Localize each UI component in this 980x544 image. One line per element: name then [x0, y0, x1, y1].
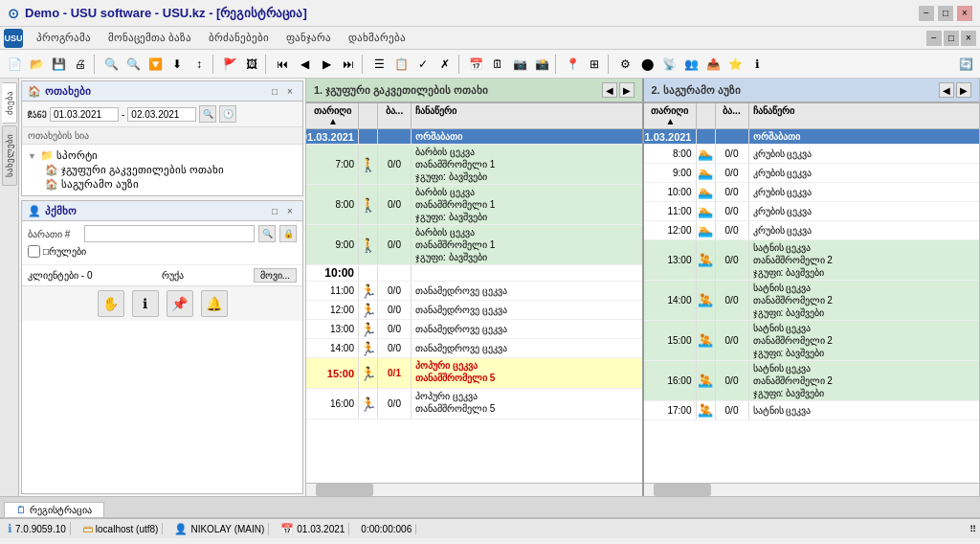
rooms-panel-close-button[interactable]: × [283, 84, 297, 98]
schedule1-scroll-left[interactable]: ◀ [602, 82, 617, 98]
barcode-lock-button[interactable]: 🔒 [279, 225, 297, 242]
tb-save-button[interactable]: 💾 [48, 54, 69, 75]
vtab-names[interactable]: სახელები [2, 125, 17, 186]
table-row[interactable]: 17:00 🤽 0/0 სატნის ცეკვა [644, 401, 980, 420]
tree-item-room2[interactable]: 🏠 საგურამო აუზი [28, 177, 297, 192]
date-clock-button[interactable]: 🕐 [219, 105, 236, 123]
tb-check-button[interactable]: ✓ [412, 54, 434, 75]
tb-list-button[interactable]: ☰ [368, 54, 390, 75]
schedule2-hscroll[interactable] [644, 483, 980, 496]
tb-image-button[interactable]: 🖼 [241, 54, 262, 75]
schedule1-hscroll[interactable] [306, 483, 642, 496]
tb-nav-first-button[interactable]: ⏮ [272, 54, 293, 75]
menu-close-button[interactable]: × [961, 31, 976, 46]
tb-open-button[interactable]: 📂 [26, 54, 47, 75]
tb-nav-prev-button[interactable]: ◀ [294, 54, 315, 75]
tab-registration[interactable]: 🗒 რეგისტრაცია [4, 502, 104, 517]
tb-rss-button[interactable]: 📡 [658, 54, 679, 75]
rooms-panel-pin-button[interactable]: □ [268, 84, 281, 98]
menu-item-database[interactable]: მონაცემთა ბაზა [100, 30, 199, 46]
schedule1-scroll-right[interactable]: ▶ [619, 82, 635, 98]
date-end-input[interactable] [127, 107, 196, 122]
tb-star-button[interactable]: ⭐ [724, 54, 746, 75]
pin-button[interactable]: 📌 [167, 290, 193, 317]
tb-print-button[interactable]: 🖨 [70, 54, 91, 75]
info-button[interactable]: ℹ [132, 290, 159, 317]
table-row[interactable]: 9:00 🚶 0/0 ბარბის ცეკვა თანამშრომელი 1 ჯ… [306, 225, 642, 265]
maximize-button[interactable]: □ [938, 6, 953, 21]
tb-settings-button[interactable]: ⚙ [614, 54, 635, 75]
tb-info-button[interactable]: ℹ [746, 54, 768, 75]
tb-grid-button[interactable]: ⊞ [584, 54, 605, 75]
table-row[interactable]: 10:00 🏊 0/0 კრუბის ცეკვა [644, 183, 980, 202]
table-row[interactable]: 10:00 [306, 265, 642, 282]
date-search-button[interactable]: 🔍 [199, 105, 216, 123]
table-row[interactable]: 16:00 🏃 0/0 პოპური ცეკვა თანამშრომელი 5 [306, 389, 642, 419]
schedule2-scroll-left[interactable]: ◀ [939, 82, 954, 98]
client-panel-pin-button[interactable]: □ [268, 204, 281, 217]
tb-sort-button[interactable]: ↕ [189, 54, 210, 75]
table-row[interactable]: 11:00 🏃 0/0 თანამედროვე ცეკვა [306, 282, 642, 301]
barcode-input[interactable] [84, 225, 255, 242]
tb-calendar-button[interactable]: 📅 [465, 54, 486, 75]
status-time-label: 0:00:00:006 [361, 524, 412, 534]
table-row[interactable]: 9:00 🏊 0/0 კრუბის ცეკვა [644, 164, 980, 183]
search-checkbox[interactable] [28, 245, 40, 258]
tb-cancel-button[interactable]: ✗ [434, 54, 456, 75]
schedule2-date-header[interactable]: 01.03.2021 ორშაბათი [644, 129, 980, 145]
menu-item-help[interactable]: დახმარება [341, 30, 413, 46]
tb-photo-button[interactable]: 📷 [509, 54, 530, 75]
tb-export-button[interactable]: 📤 [702, 54, 724, 75]
table-row[interactable]: 7:00 🚶 0/0 ბარბის ცეკვა თანამშრომელი 1 ჯ… [306, 145, 642, 185]
table-row[interactable]: 15:00 🏃 0/1 პოპური ცეკვა თანამშრომელი 5 [306, 358, 642, 389]
schedule1-body[interactable]: 01.03.2021 ორშაბათი 7:00 🚶 0/0 ბარბის ცე… [306, 129, 642, 483]
hand-button[interactable]: ✋ [98, 290, 124, 317]
table-row[interactable]: 14:00 🤽 0/0 სატნის ცეკვა თანამშრომელი 2 … [644, 281, 980, 321]
tb-users-button[interactable]: 👥 [680, 54, 702, 75]
tb-filter2-button[interactable]: ⬇ [167, 54, 188, 75]
table-row[interactable]: 15:00 🤽 0/0 სატნის ცეკვა თანამშრომელი 2 … [644, 321, 980, 361]
tb-filter-button[interactable]: 🔽 [145, 54, 166, 75]
menu-minimize-button[interactable]: − [926, 31, 942, 46]
table-row[interactable]: 11:00 🏊 0/0 კრუბის ცეკვა [644, 202, 980, 221]
table-row[interactable]: 13:00 🤽 0/0 სატნის ცეკვა თანამშრომელი 2 … [644, 240, 980, 281]
tb-calendar2-button[interactable]: 🗓 [487, 54, 508, 75]
tb-zoom-out-button[interactable]: 🔍 [122, 54, 144, 75]
table-row[interactable]: 8:00 🏊 0/0 კრუბის ცეკვა [644, 145, 980, 164]
table-row[interactable]: 14:00 🏃 0/0 თანამედროვე ცეკვა [306, 339, 642, 358]
tb-photo2-button[interactable]: 📸 [531, 54, 552, 75]
minimize-button[interactable]: − [919, 6, 934, 21]
move-button[interactable]: მოვი... [254, 268, 297, 283]
menu-item-commands[interactable]: ბრძანებები [201, 30, 277, 46]
menu-item-window[interactable]: ფანჯარა [278, 30, 339, 46]
schedule1-date-header[interactable]: 01.03.2021 ორშაბათი [306, 129, 642, 145]
tb-new-button[interactable]: 📄 [4, 54, 25, 75]
date-start-input[interactable] [50, 107, 119, 122]
menu-item-program[interactable]: პროგრამა [29, 30, 99, 46]
barcode-search-button[interactable]: 🔍 [258, 225, 276, 242]
schedule2-body[interactable]: 01.03.2021 ორშაბათი 8:00 🏊 0/0 კრუბის ცე… [644, 129, 980, 483]
tb-zoom-in-button[interactable]: 🔍 [100, 54, 122, 75]
tb-circle-button[interactable]: ⬤ [636, 54, 657, 75]
close-button[interactable]: × [957, 6, 972, 21]
tb-flag-button[interactable]: 🚩 [219, 54, 240, 75]
table-row[interactable]: 13:00 🏃 0/0 თანამედროვე ცეკვა [306, 320, 642, 339]
client-panel-close-button[interactable]: × [283, 204, 297, 217]
tree-item-sport[interactable]: ▼ 📁 სპორტი [28, 148, 297, 163]
bell-button[interactable]: 🔔 [201, 290, 228, 317]
tb-refresh-button[interactable]: 🔄 [955, 54, 976, 75]
vtab-search[interactable]: ძიება [2, 82, 17, 124]
tb-nav-last-button[interactable]: ⏭ [338, 54, 359, 75]
table-row[interactable]: 16:00 🤽 0/0 სატნის ცეკვა თანამშრომელი 2 … [644, 361, 980, 401]
calendar-icon: 📅 [280, 523, 294, 535]
tree-room2-home-icon: 🏠 [45, 178, 58, 191]
table-row[interactable]: 12:00 🏊 0/0 კრუბის ცეკვა [644, 221, 980, 240]
tb-nav-next-button[interactable]: ▶ [316, 54, 337, 75]
table-row[interactable]: 8:00 🚶 0/0 ბარბის ცეკვა თანამშრომელი 1 ჯ… [306, 185, 642, 225]
menu-restore-button[interactable]: □ [944, 31, 959, 46]
schedule2-scroll-right[interactable]: ▶ [956, 82, 971, 98]
tb-list2-button[interactable]: 📋 [390, 54, 412, 75]
tb-map-button[interactable]: 📍 [562, 54, 583, 75]
tree-item-room1[interactable]: 🏠 ჯგუფური გაკვეთილების ოთახი [28, 163, 297, 177]
table-row[interactable]: 12:00 🏃 0/0 თანამედროვე ცეკვა [306, 301, 642, 320]
